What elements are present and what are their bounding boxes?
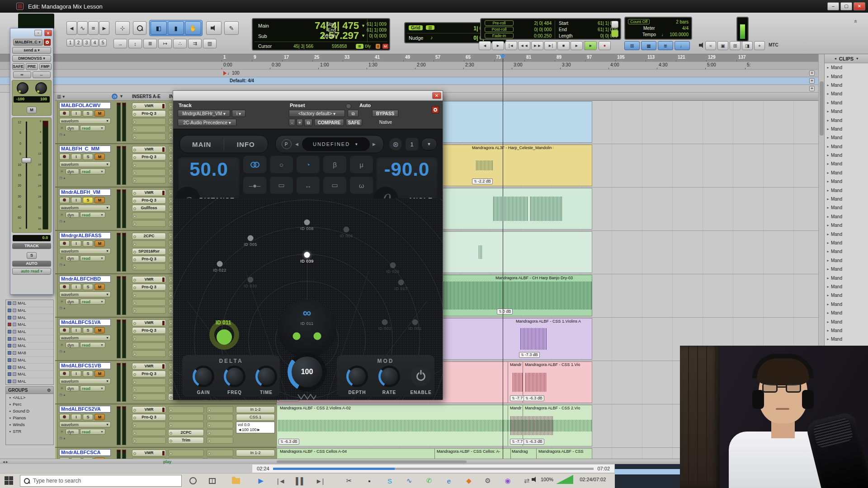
preroll-button[interactable]: Pre-roll bbox=[485, 20, 514, 26]
group-item[interactable]: ●Sound D bbox=[6, 408, 53, 414]
mode-button[interactable]: ○ bbox=[270, 156, 293, 173]
insert-slot[interactable] bbox=[132, 169, 166, 176]
insert-slot[interactable]: Pro-Q 3 bbox=[132, 197, 166, 204]
automation-mode-selector[interactable]: read▼ bbox=[80, 299, 105, 305]
clip-gain-badge[interactable]: ⇅-2.2 dB bbox=[472, 178, 493, 184]
send-minimize-button[interactable]: ▫ bbox=[34, 30, 42, 36]
bars-ruler[interactable]: Bars|Beats 19172533414957657381899710511… bbox=[0, 54, 818, 62]
transport-button[interactable]: ►| bbox=[544, 41, 557, 50]
audio-clip[interactable]: Mandragora ALBF - CSS 2.Violins A-02Mand… bbox=[277, 405, 592, 446]
tempo-label[interactable]: Tempo bbox=[642, 32, 656, 37]
timeline-insertion-chip[interactable]: ⊞ bbox=[356, 44, 363, 49]
dyn-button[interactable]: dyn bbox=[66, 342, 79, 348]
send-window-titlebar[interactable]: ▫ x bbox=[10, 28, 53, 38]
track-name[interactable]: MndrgrALBFASS bbox=[59, 232, 111, 239]
dyn-button[interactable]: dyn bbox=[66, 429, 79, 435]
clip-list-item[interactable]: ►Mand bbox=[825, 256, 868, 265]
insert-slot[interactable]: Trim bbox=[168, 437, 204, 444]
track-view-selector[interactable]: waveform▼ bbox=[59, 422, 111, 427]
clip-list-item[interactable]: ►Mand bbox=[825, 99, 868, 107]
solo-button[interactable]: S bbox=[83, 371, 93, 377]
clip-gain-badge[interactable]: ⇅-6.3 dB bbox=[278, 439, 299, 445]
clip-gain-badge[interactable]: ⇅-7.3 dB bbox=[519, 352, 540, 358]
input-monitor-button[interactable]: I bbox=[71, 110, 81, 117]
main-counter-dropdown[interactable]: ▼ bbox=[361, 23, 365, 28]
marker-add-button[interactable]: + bbox=[809, 86, 815, 91]
fadein-button[interactable]: Fade-in bbox=[485, 33, 514, 38]
insert-slot[interactable]: VMR bbox=[132, 406, 166, 413]
input-path-selector[interactable]: In 1-2 bbox=[236, 406, 275, 413]
elastic-audio-icon[interactable]: ✳ bbox=[59, 169, 65, 174]
clip-list-item[interactable]: ►Mand bbox=[825, 239, 868, 247]
zoom-button[interactable]: ≡ bbox=[88, 21, 99, 35]
bypass-button[interactable]: BYPASS bbox=[372, 110, 398, 117]
clip-list-item[interactable]: ►Mand bbox=[825, 72, 868, 80]
clip-list-item[interactable]: ►Mand bbox=[825, 335, 868, 343]
record-enable-button[interactable] bbox=[59, 327, 70, 333]
mode-button[interactable]: ◔ bbox=[297, 156, 320, 173]
record-enable-button[interactable] bbox=[59, 154, 70, 160]
clip-list-item[interactable]: ►Mand bbox=[825, 186, 868, 194]
insert-slot[interactable]: Pro-Q 3 bbox=[132, 414, 166, 421]
clip-gain-badge[interactable]: ⇅-7.7 bbox=[510, 439, 524, 445]
track-mini-icons[interactable]: ◷ ▴ bbox=[59, 349, 111, 353]
insert-slot[interactable]: VMR bbox=[132, 103, 166, 109]
dyn-button[interactable]: dyn bbox=[66, 385, 79, 391]
tempo-ruler[interactable]: Tempo + ♩100 bbox=[0, 70, 818, 77]
mod-enable-button[interactable] bbox=[411, 366, 431, 386]
edit-mode-button[interactable]: ▥ bbox=[203, 39, 217, 48]
edit-mode-button[interactable]: ↕ bbox=[128, 39, 142, 48]
track-mini-icons[interactable]: ◷ ▴ bbox=[59, 176, 111, 180]
insert-slot[interactable]: Pro-Q 3 bbox=[132, 327, 166, 334]
mini-track-item[interactable]: MAL bbox=[6, 343, 53, 350]
insert-slot[interactable] bbox=[132, 335, 166, 342]
clip-list-item[interactable]: ►Mand bbox=[825, 265, 868, 273]
preset-menu-icon[interactable] bbox=[346, 103, 351, 109]
insert-slot[interactable] bbox=[168, 406, 204, 413]
solo-button[interactable]: S bbox=[83, 110, 93, 117]
elastic-audio-icon[interactable]: ✳ bbox=[59, 125, 65, 131]
send-track-selector[interactable]: MALBFH_C ▾ bbox=[13, 39, 43, 46]
track-view-selector[interactable]: waveform▼ bbox=[59, 161, 111, 167]
track-name[interactable]: MALBFH_C_MM bbox=[59, 145, 111, 152]
taskbar-app-icon[interactable]: ∿ bbox=[401, 475, 417, 487]
clip-list-item[interactable]: ►Mand bbox=[825, 291, 868, 300]
plugin-safe-button[interactable]: SAFE bbox=[346, 119, 362, 126]
taskbar-app-icon[interactable]: |◄ bbox=[274, 475, 289, 487]
input-monitor-button[interactable]: I bbox=[71, 327, 81, 333]
metronome-toggle-button[interactable]: ♩ bbox=[675, 41, 690, 50]
automation-mode-selector[interactable]: read▼ bbox=[80, 169, 105, 174]
mode-button[interactable]: μ bbox=[350, 156, 373, 173]
compare-button[interactable]: COMPARE bbox=[314, 119, 344, 126]
clip-list-item[interactable]: ►Mand bbox=[825, 247, 868, 256]
dyn-button[interactable]: dyn bbox=[66, 299, 79, 305]
zoom-preset-button[interactable]: 2 bbox=[75, 39, 82, 47]
toolbar-extra-button[interactable]: ▣ bbox=[717, 41, 728, 50]
track-name[interactable]: MndALBFCS2VA bbox=[59, 406, 111, 413]
track-view-selector[interactable]: waveform▼ bbox=[59, 291, 111, 297]
volume-icon[interactable] bbox=[532, 477, 538, 482]
mode-button[interactable]: –●– bbox=[243, 177, 266, 194]
end-value[interactable]: 61| 1| 009 bbox=[367, 28, 387, 33]
record-enable-button[interactable] bbox=[59, 284, 70, 290]
mtc-label[interactable]: MTC bbox=[769, 42, 778, 47]
track-name[interactable]: MALBFOLACWV bbox=[59, 102, 111, 109]
meter-default-event[interactable]: Default: 4/4 bbox=[230, 78, 254, 83]
send-close-button[interactable]: x bbox=[44, 30, 52, 36]
zoom-button[interactable]: ◄ bbox=[66, 21, 77, 35]
transport-button[interactable]: ► bbox=[492, 41, 504, 50]
clip-list-item[interactable]: ►Mand bbox=[825, 160, 868, 168]
edit-tool-button[interactable]: ◧ bbox=[151, 21, 167, 35]
mute-button[interactable]: M bbox=[94, 154, 105, 160]
insert-slot[interactable]: 2CPC bbox=[168, 429, 204, 436]
zoom-button[interactable]: ► bbox=[99, 21, 109, 35]
master-knob[interactable]: 100 bbox=[288, 352, 326, 391]
send-automation-selector[interactable]: auto read ▾ bbox=[12, 268, 51, 275]
zoomer-tool-button[interactable] bbox=[133, 21, 146, 35]
grid-button[interactable]: Grid bbox=[409, 25, 423, 30]
transport-button[interactable]: ►► bbox=[531, 41, 543, 50]
input-monitor-button[interactable]: I bbox=[71, 414, 81, 420]
clip-list-item[interactable]: ►Mand bbox=[825, 282, 868, 291]
transport-button[interactable]: |◄ bbox=[505, 41, 517, 50]
transport-button[interactable]: ► bbox=[571, 41, 583, 50]
